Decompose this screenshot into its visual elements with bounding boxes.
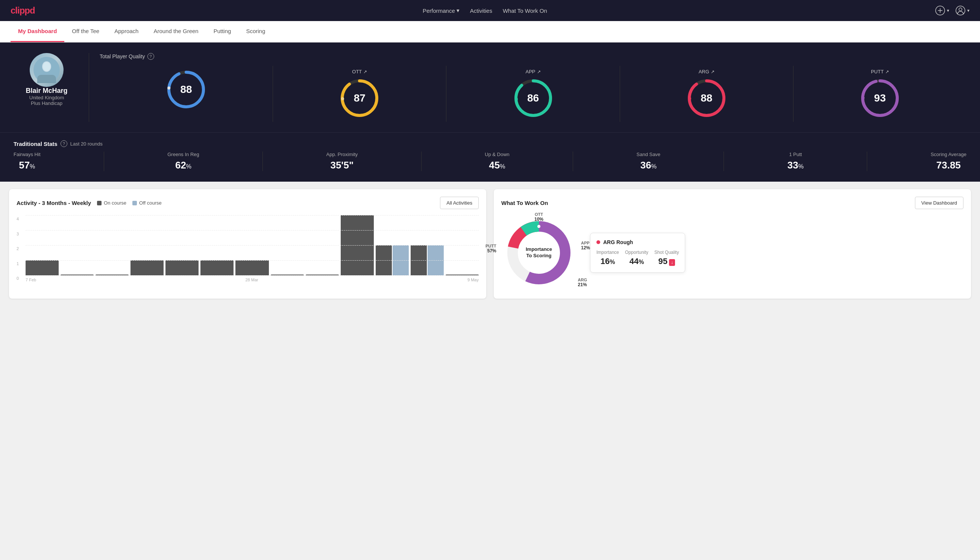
bar-on-7 [235, 260, 268, 275]
add-chevron-icon: ▾ [947, 8, 949, 13]
donut-label-ott: OTT 10% [534, 212, 543, 222]
all-activities-button[interactable]: All Activities [440, 197, 479, 209]
x-label-mar: 28 Mar [245, 278, 258, 282]
bar-chart-area [26, 215, 479, 275]
stat-separator-1 [104, 152, 104, 171]
svg-rect-7 [37, 75, 56, 83]
bar-off-12 [428, 245, 444, 275]
tab-scoring[interactable]: Scoring [238, 21, 273, 42]
score-card-putt: PUTT ↗ 93 [794, 66, 967, 122]
top-nav: clippd Performance ▾ Activities What To … [0, 0, 980, 21]
bar-group-13 [446, 275, 479, 275]
bar-group-12 [411, 245, 444, 275]
x-label-may: 9 May [468, 278, 479, 282]
score-card-arg: ARG ↗ 88 [620, 66, 794, 122]
putt-label: PUTT ↗ [871, 69, 889, 75]
donut-label-app: APP 12% [581, 241, 590, 250]
legend-dot-off-course [132, 201, 137, 205]
card-dot [596, 240, 600, 244]
what-to-work-on-title: What To Work On [501, 200, 548, 206]
quality-info-icon[interactable]: ? [147, 53, 154, 60]
bar-on-10 [341, 215, 374, 275]
user-menu-button[interactable]: ▾ [955, 5, 970, 16]
total-quality-label: Total Player Quality ? [100, 53, 967, 60]
metric-shot-quality: Shot Quality 95↓ [654, 250, 679, 266]
bar-group-11 [376, 245, 409, 275]
tab-putting[interactable]: Putting [206, 21, 239, 42]
y-label-2: 2 [17, 246, 19, 251]
stat-1-putt: 1 Putt 33% [787, 152, 804, 171]
tab-my-dashboard[interactable]: My Dashboard [10, 21, 64, 42]
info-card-metrics: Importance 16% Opportunity 44% Shot Qual… [596, 250, 679, 266]
bar-group-2 [60, 275, 94, 275]
nav-activities[interactable]: Activities [470, 8, 492, 14]
ott-score-value: 87 [354, 92, 366, 104]
stat-fairways-hit: Fairways Hit 57% [13, 152, 41, 171]
donut-chart: ImportanceTo Scoring OTT 10% APP 12% ARG… [501, 215, 576, 290]
app-score-value: 86 [527, 92, 539, 104]
view-dashboard-button[interactable]: View Dashboard [915, 197, 963, 209]
traditional-stats-section: Traditional Stats ? Last 20 rounds Fairw… [0, 132, 980, 182]
x-labels: 7 Feb 28 Mar 9 May [26, 278, 479, 282]
donut-label-arg: ARG 21% [578, 278, 587, 287]
info-card-arg-rough: ARG Rough Importance 16% Opportunity 44%… [590, 233, 685, 273]
tab-off-the-tee[interactable]: Off the Tee [64, 21, 107, 42]
arg-trend-icon: ↗ [711, 69, 714, 75]
ott-label: OTT ↗ [352, 69, 367, 75]
bar-on-8 [271, 275, 304, 275]
stat-greens-in-reg: Greens In Reg 62% [167, 152, 199, 171]
bar-on-4 [130, 260, 163, 275]
user-chevron-icon: ▾ [967, 8, 970, 13]
bar-on-2 [60, 275, 94, 275]
bar-group-8 [271, 275, 304, 275]
svg-point-29 [537, 225, 541, 228]
what-to-work-on-panel: What To Work On View Dashboard [494, 189, 971, 298]
overall-circle: 88 [165, 69, 207, 110]
stats-info-icon[interactable]: ? [60, 140, 67, 147]
nav-links: Performance ▾ Activities What To Work On [423, 7, 547, 14]
svg-point-4 [959, 8, 962, 11]
add-button[interactable]: ▾ [935, 5, 949, 16]
info-card-title: ARG Rough [596, 239, 679, 245]
avatar [30, 53, 63, 87]
bar-group-9 [306, 275, 339, 275]
player-name: Blair McHarg [26, 87, 67, 95]
stat-separator-4 [573, 152, 573, 171]
bar-group-3 [95, 275, 129, 275]
player-info: Blair McHarg United Kingdom Plus Handica… [13, 53, 89, 106]
bar-off-11 [393, 245, 409, 275]
legend-off-course: Off course [132, 200, 162, 206]
score-card-ott: OTT ↗ 87 [273, 66, 446, 122]
bar-group-1 [26, 260, 59, 275]
bar-group-7 [235, 260, 268, 275]
y-label-3: 3 [17, 232, 19, 236]
player-section: Blair McHarg United Kingdom Plus Handica… [13, 53, 967, 122]
stats-subtitle: Last 20 rounds [70, 141, 103, 147]
bottom-section: Activity - 3 Months - Weekly On course O… [0, 182, 980, 306]
nav-performance[interactable]: Performance ▾ [423, 7, 459, 14]
nav-what-to-work-on[interactable]: What To Work On [503, 8, 547, 14]
bar-on-1 [26, 260, 59, 275]
arg-score-value: 88 [700, 92, 712, 104]
overall-score-value: 88 [181, 83, 192, 95]
bar-group-6 [200, 260, 233, 275]
activity-chart-title: Activity - 3 Months - Weekly [17, 200, 91, 206]
legend-on-course: On course [97, 200, 126, 206]
bar-on-13 [446, 275, 479, 275]
tab-approach[interactable]: Approach [107, 21, 146, 42]
x-label-feb: 7 Feb [26, 278, 36, 282]
metric-importance: Importance 16% [596, 250, 619, 266]
putt-score-value: 93 [874, 92, 885, 104]
arg-circle: 88 [686, 77, 727, 119]
hero-section: Blair McHarg United Kingdom Plus Handica… [0, 42, 980, 132]
stat-up-down: Up & Down 45% [485, 152, 509, 171]
chevron-down-icon: ▾ [456, 7, 459, 14]
tab-around-the-green[interactable]: Around the Green [146, 21, 206, 42]
stats-header: Traditional Stats ? Last 20 rounds [13, 140, 967, 147]
putt-circle: 93 [859, 77, 901, 119]
stat-sand-save: Sand Save 36% [637, 152, 661, 171]
svg-point-8 [43, 62, 50, 71]
y-label-4: 4 [17, 217, 19, 221]
putt-trend-icon: ↗ [885, 69, 889, 75]
bar-group-4 [130, 260, 163, 275]
